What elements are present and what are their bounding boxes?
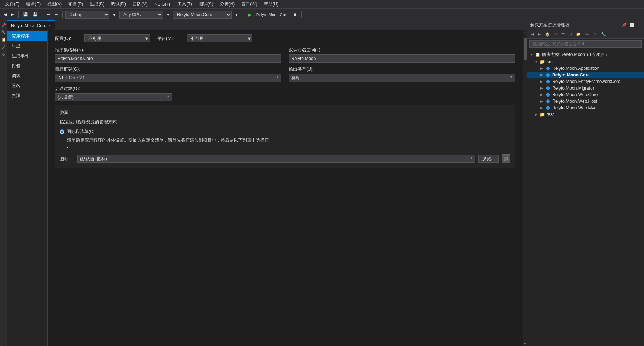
default-namespace-input[interactable] [289,54,515,63]
sidebar-title: 解决方案资源管理器 [530,22,570,28]
radio-icon-row: 图标和清单(C) [60,129,510,135]
activity-icon-4[interactable]: 🖊 [1,44,7,50]
se-home-btn[interactable]: 🏠 [543,31,551,37]
web-host-label: Relyto.Moon.Web.Host [552,99,597,104]
output-type-select[interactable]: 类库 控制台应用程序 [289,74,515,82]
assembly-name-label: 程序集名称(N): [55,47,281,53]
menu-view[interactable]: 视图(V) [44,0,65,8]
radio-icon-desc: 清单确定应用程序的具体设置。要嵌入自定义清单，请首先将它添加到项目中，然后从以下… [67,137,510,143]
core-project-icon: 🔷 [546,73,551,78]
sidebar-pin-btn[interactable]: 📌 [621,22,628,28]
tree-ef[interactable]: ▶ 🔷 Relyto.Moon.EntityFrameworkCore [527,78,644,85]
nav-resources[interactable]: 资源 [7,91,47,101]
ef-project-icon: 🔷 [546,79,551,84]
debug-config-dropdown[interactable]: Debug [65,11,109,19]
tree-test-folder[interactable]: ▶ 📁 test [527,111,644,118]
activity-icon-5[interactable]: ⚙ [1,51,7,57]
assembly-name-group: 程序集名称(N): [55,47,281,63]
sidebar-float-btn[interactable]: ⬜ [629,22,636,28]
menu-file[interactable]: 文件(F) [2,0,22,8]
tree-src-folder[interactable]: ▼ 📁 src [527,59,644,65]
menu-project[interactable]: 项目(P) [65,0,86,8]
project-dropdown-arrow[interactable]: ▼ [233,12,240,18]
web-mvc-expand-icon: ▶ [540,106,544,110]
solution-expand-icon: ▼ [530,53,534,57]
radio-icon-input[interactable] [60,129,64,134]
migrator-label: Relyto.Moon.Migrator [552,86,594,91]
tree-solution[interactable]: ▼ 📋 解决方案'Relyto.Moon' (8 个项目) [527,51,644,59]
se-props-btn[interactable]: ⚙ [592,31,598,37]
tree-web-core[interactable]: ▶ 🔷 Relyto.Moon.Web.Core [527,91,644,98]
menu-tools[interactable]: 工具(T) [175,0,195,8]
menu-test[interactable]: 测试(S) [196,0,216,8]
nav-build-events[interactable]: 生成事件 [7,51,47,61]
se-sync-btn[interactable]: ⇄ [560,31,566,37]
menu-window[interactable]: 窗口(W) [238,0,260,8]
tree-migrator[interactable]: ▶ 🔷 Relyto.Moon.Migrator [527,85,644,91]
se-settings-btn[interactable]: 🔧 [599,31,607,37]
activity-bar: 📌 🔧 📋 🖊 ⚙ [0,20,7,346]
se-new-folder-btn[interactable]: 📁 [574,31,583,37]
activity-icon-1[interactable]: 📌 [1,22,7,28]
tab-bar: Relyto.Moon.Core × [7,20,527,30]
se-forward-btn[interactable]: ▶ [536,31,542,37]
target-framework-select[interactable]: .NET Core 2.0 .NET Core 2.1 .NET Core 3.… [55,74,281,82]
save-all-btn[interactable]: 💾 [31,11,39,18]
project-dropdown[interactable]: Relyto.Moon.Core [173,11,232,19]
assembly-name-input[interactable] [55,54,281,63]
framework-output-row: 目标框架(G): .NET Core 2.0 .NET Core 2.1 .NE… [55,66,515,82]
tree-core[interactable]: ▶ 🔷 Relyto.Moon.Core [527,72,644,78]
save-btn[interactable]: 💾 [22,11,30,18]
activity-icon-2[interactable]: 🔧 [1,29,7,35]
main-tab[interactable]: Relyto.Moon.Core × [7,20,55,30]
menu-analyze[interactable]: 分析(N) [217,0,238,8]
menu-debug[interactable]: 调试(D) [108,0,129,8]
cpu-dropdown[interactable]: Any CPU [119,11,163,19]
scroll-down-arrow[interactable]: ▼ [523,342,527,346]
tree-application[interactable]: ▶ 🔷 Relyto.Moon.Application [527,65,644,72]
sidebar-close-btn[interactable]: × [637,22,641,28]
back-btn[interactable]: ◀ [2,11,8,18]
cpu-dropdown-arrow[interactable]: ▼ [165,12,172,18]
menu-edit[interactable]: 编辑(E) [23,0,44,8]
browse-button[interactable]: 浏览... [478,155,499,163]
activity-icon-3[interactable]: 📋 [1,37,7,42]
solution-icon: 📋 [535,52,540,57]
scroll-up-arrow[interactable]: ▲ [523,30,527,34]
core-label: Relyto.Moon.Core [552,72,590,78]
tree-web-mvc[interactable]: ▶ 🔷 Relyto.Moon.Web.Mvc [527,105,644,111]
redo-btn[interactable]: ↪ [53,11,59,18]
se-search-input[interactable] [529,40,642,48]
pause-btn[interactable]: ⏸ [291,12,298,18]
se-filter-btn[interactable]: ⊞ [567,31,573,37]
menu-nsight[interactable]: NSIGHT [151,1,174,8]
play-btn[interactable]: ▶ [246,11,253,18]
icon-dropdown[interactable]: (默认值: 图标) [77,155,475,163]
output-type-label: 输出类型(U): [289,66,515,72]
nav-build[interactable]: 生成 [7,41,47,51]
startup-select[interactable]: (未设置) [55,93,172,101]
menu-build[interactable]: 生成(B) [87,0,107,8]
platform-label: 平台(M): [157,35,179,42]
se-show-all-btn[interactable]: 👁 [584,31,591,37]
nav-signing[interactable]: 签名 [7,81,47,91]
se-refresh-btn[interactable]: ↻ [553,31,559,37]
menu-team[interactable]: 团队(M) [130,0,151,8]
solution-explorer: 解决方案资源管理器 📌 ⬜ × ◀ ▶ 🏠 ↻ ⇄ ⊞ 📁 👁 ⚙ 🔧 [527,20,644,346]
nav-debug[interactable]: 调试 [7,71,47,81]
nav-application[interactable]: 应用程序 [7,31,47,41]
icon-preview: 🖼 [502,154,510,163]
debug-dropdown-arrow[interactable]: ▼ [111,12,118,18]
tab-close-btn[interactable]: × [49,23,51,27]
platform-dropdown[interactable]: 不可用 [187,34,252,42]
toolbar-sep-1 [18,11,19,18]
nav-package[interactable]: 打包 [7,61,47,71]
forward-btn[interactable]: ▶ [10,11,15,18]
se-back-btn[interactable]: ◀ [529,31,535,37]
tree-web-host[interactable]: ▶ 🔷 Relyto.Moon.Web.Host [527,98,644,105]
scrollbar-track[interactable] [523,34,527,342]
config-platform-row: 配置(C): 不可用 平台(M): 不可用 [55,34,515,42]
config-dropdown[interactable]: 不可用 [84,34,150,42]
menu-help[interactable]: 帮助(H) [261,0,282,8]
undo-btn[interactable]: ↩ [45,11,52,18]
